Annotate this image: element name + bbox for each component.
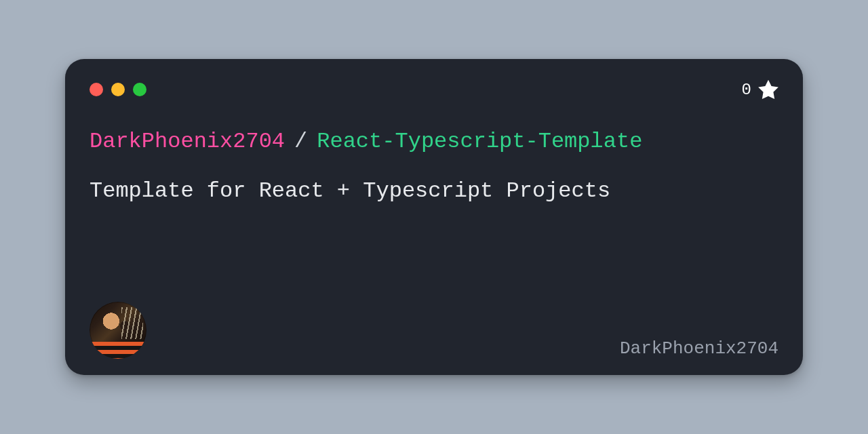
repo-owner[interactable]: DarkPhoenix2704 — [90, 128, 285, 155]
repo-card: 0 DarkPhoenix2704 / React-Typescript-Tem… — [65, 59, 803, 375]
star-icon — [758, 79, 778, 100]
window-controls — [90, 83, 146, 96]
card-footer: DarkPhoenix2704 — [90, 302, 778, 359]
repo-title: DarkPhoenix2704 / React-Typescript-Templ… — [90, 128, 778, 155]
close-icon[interactable] — [90, 83, 103, 96]
repo-name[interactable]: React-Typescript-Template — [317, 128, 642, 155]
zoom-icon[interactable] — [133, 83, 146, 96]
page-root: 0 DarkPhoenix2704 / React-Typescript-Tem… — [0, 0, 868, 434]
star-count: 0 — [742, 79, 778, 100]
minimize-icon[interactable] — [111, 83, 125, 96]
title-separator: / — [294, 128, 307, 155]
footer-username: DarkPhoenix2704 — [620, 338, 778, 359]
window-titlebar: 0 — [90, 78, 778, 101]
repo-description: Template for React + Typescript Projects — [90, 178, 778, 203]
star-count-value: 0 — [742, 81, 751, 99]
avatar[interactable] — [90, 302, 146, 359]
